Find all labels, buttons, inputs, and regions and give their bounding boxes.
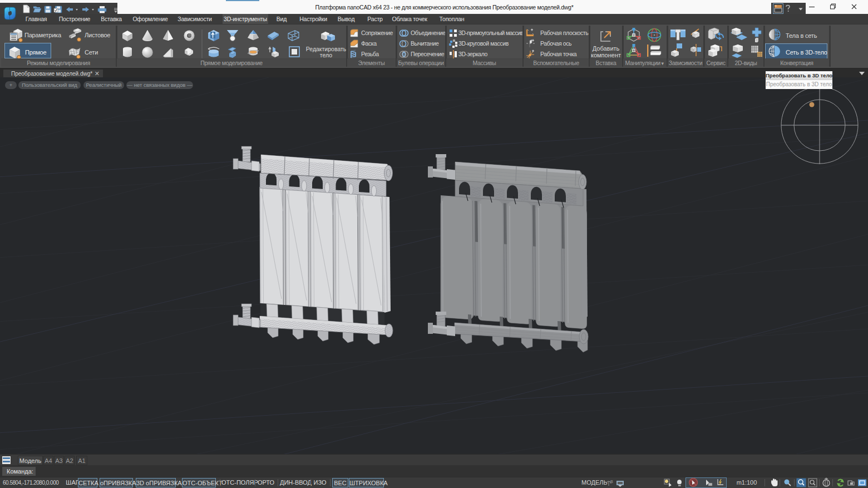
svg-text:B: B [610, 480, 613, 484]
